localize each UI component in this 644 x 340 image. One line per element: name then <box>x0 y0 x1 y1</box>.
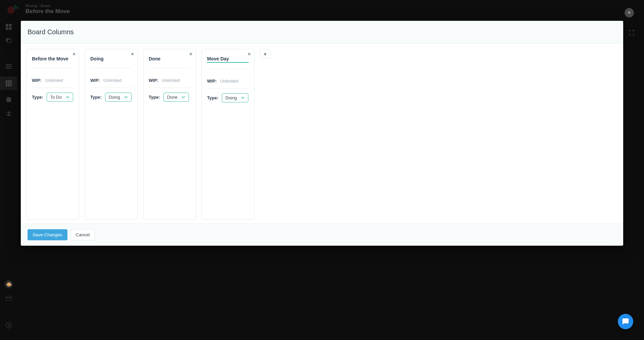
wip-label: WIP: <box>32 78 42 83</box>
column-name-input[interactable] <box>32 55 73 62</box>
modal-header: Board Columns <box>21 21 623 44</box>
column-name-input[interactable] <box>149 55 190 62</box>
column-remove-button[interactable]: × <box>72 51 76 56</box>
column-name-input[interactable] <box>90 55 132 62</box>
column-type-row: Type: To Do <box>32 88 73 106</box>
plus-icon: + <box>264 51 267 57</box>
close-icon: × <box>628 10 631 16</box>
cancel-button[interactable]: Cancel <box>71 229 95 240</box>
modal-close-button[interactable]: × <box>625 8 634 17</box>
modal-title: Board Columns <box>28 28 616 36</box>
column-type-value: Doing <box>109 95 120 100</box>
chevron-down-icon <box>66 95 69 99</box>
wip-label: WIP: <box>149 78 158 83</box>
chevron-down-icon <box>241 96 245 100</box>
chevron-down-icon <box>182 95 185 99</box>
column-remove-button[interactable]: × <box>248 51 251 56</box>
add-column-button[interactable]: + <box>260 49 270 58</box>
column-type-select[interactable]: To Do <box>47 93 73 102</box>
column-remove-button[interactable]: × <box>189 51 192 56</box>
column-wip-row: WIP: <box>90 73 132 88</box>
type-label: Type: <box>90 95 102 100</box>
column-title-wrap <box>90 55 132 68</box>
chat-fab[interactable] <box>618 314 633 329</box>
column-card: × WIP: Type: Doing <box>85 49 138 220</box>
column-card: × WIP: Type: To Do <box>26 49 79 220</box>
column-wip-row: WIP: <box>32 73 73 88</box>
column-card: × WIP: Type: Doing <box>201 49 254 220</box>
modal-body: × WIP: Type: To Do × WIP: Type: Doing <box>21 44 623 224</box>
chat-icon <box>622 318 629 325</box>
column-remove-button[interactable]: × <box>131 51 134 56</box>
board-columns-modal: Board Columns × WIP: Type: To Do × WIP: <box>21 21 623 246</box>
column-card: × WIP: Type: Done <box>143 49 196 220</box>
column-wip-input[interactable] <box>45 78 68 83</box>
column-type-value: Doing <box>226 95 237 100</box>
column-type-value: To Do <box>50 95 62 100</box>
column-title-wrap <box>149 55 190 68</box>
column-type-select[interactable]: Done <box>163 93 189 102</box>
column-type-value: Done <box>167 95 178 100</box>
type-label: Type: <box>32 95 43 100</box>
column-type-row: Type: Done <box>149 88 190 106</box>
wip-label: WIP: <box>207 79 217 84</box>
modal-overlay: × Board Columns × WIP: Type: To Do × <box>0 0 644 340</box>
column-type-select[interactable]: Doing <box>105 93 132 102</box>
column-wip-input[interactable] <box>103 78 127 83</box>
column-title-wrap <box>32 55 73 68</box>
column-wip-input[interactable] <box>220 79 244 84</box>
column-wip-input[interactable] <box>162 78 185 83</box>
column-wip-row: WIP: <box>207 74 249 89</box>
column-type-row: Type: Doing <box>207 89 249 107</box>
modal-footer: Save Changes Cancel <box>21 224 623 246</box>
wip-label: WIP: <box>90 78 100 83</box>
column-title-wrap <box>207 55 249 69</box>
save-button[interactable]: Save Changes <box>28 229 67 240</box>
column-type-row: Type: Doing <box>90 88 132 106</box>
type-label: Type: <box>149 95 160 100</box>
column-name-input[interactable] <box>207 55 249 63</box>
chevron-down-icon <box>124 95 128 99</box>
type-label: Type: <box>207 95 218 100</box>
column-wip-row: WIP: <box>149 73 190 88</box>
column-type-select[interactable]: Doing <box>222 93 248 102</box>
